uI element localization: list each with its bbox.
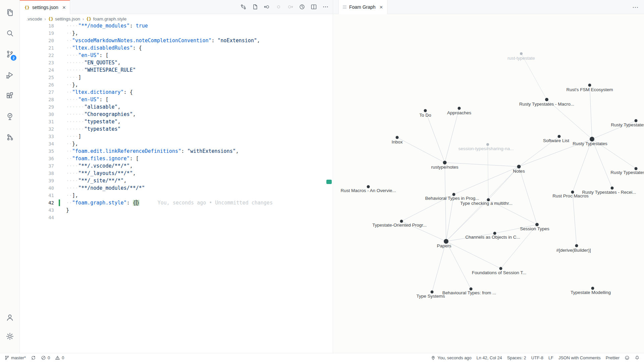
- tab-foam-graph[interactable]: Foam Graph ×: [338, 0, 387, 14]
- code-line[interactable]: 40····"**/node_modules/**/*": [20, 184, 333, 192]
- open-preview-icon[interactable]: [251, 3, 259, 11]
- nav-forward-circle-icon[interactable]: [286, 3, 294, 11]
- code-editor[interactable]: 18····"**/node_modules": true19··},20··"…: [20, 23, 333, 353]
- status-item-bell[interactable]: [635, 355, 640, 360]
- extensions-icon[interactable]: [2, 85, 18, 106]
- graph-node[interactable]: [545, 98, 548, 101]
- graph-node[interactable]: [396, 136, 399, 139]
- code-line[interactable]: 32······"typestates": [20, 125, 333, 133]
- foam-graph-view-icon[interactable]: [2, 127, 18, 147]
- status-item[interactable]: UTF-8: [531, 355, 543, 360]
- line-number: 44: [20, 214, 57, 221]
- graph-node-label: rustype/notes: [431, 165, 458, 170]
- graph-node[interactable]: [499, 267, 502, 270]
- code-line[interactable]: 18····"**/node_modules": true: [20, 23, 333, 29]
- nav-circle-icon[interactable]: [274, 3, 282, 11]
- code-line[interactable]: 20··"vscodeMarkdownNotes.noteCompletionC…: [20, 37, 333, 44]
- code-line[interactable]: 34··},: [20, 140, 333, 147]
- status-item-git-branch[interactable]: master*: [4, 355, 26, 360]
- graph-node[interactable]: [424, 109, 427, 112]
- open-changes-icon[interactable]: [239, 3, 247, 11]
- code-line[interactable]: 43}: [20, 206, 333, 214]
- status-item-error[interactable]: 0: [41, 355, 50, 360]
- status-item-blame-pin[interactable]: You, seconds ago: [431, 355, 471, 360]
- breadcrumb-item[interactable]: .vscode: [26, 16, 42, 21]
- graph-node[interactable]: [590, 137, 594, 141]
- foam-graph-panel: Foam Graph × ⋯ rust-typestateRust's FSM …: [333, 0, 644, 353]
- line-number: 19: [20, 29, 57, 37]
- status-item[interactable]: JSON with Comments: [558, 355, 601, 360]
- nav-back-circle-icon[interactable]: [263, 3, 271, 11]
- code-line[interactable]: 38····"**/_layouts/**/*",: [20, 170, 333, 177]
- tab-settings-json[interactable]: {} settings.json ×: [20, 0, 70, 14]
- graph-node-label: Software List: [543, 138, 569, 143]
- code-line[interactable]: 26··},: [20, 81, 333, 88]
- code-line[interactable]: 27··"ltex.dictionary": {: [20, 88, 333, 96]
- code-line[interactable]: 41··],: [20, 192, 333, 199]
- graph-node[interactable]: [486, 143, 489, 146]
- code-line[interactable]: 24······"WHITESPACE_RULE": [20, 66, 333, 74]
- graph-node[interactable]: [575, 244, 578, 247]
- code-line[interactable]: 35··"foam.edit.linkReferenceDefinitions"…: [20, 147, 333, 155]
- json-file-icon: {}: [86, 16, 91, 21]
- graph-node[interactable]: [458, 107, 461, 110]
- code-line[interactable]: 23······"EN_QUOTES",: [20, 59, 333, 66]
- line-number: 34: [20, 140, 57, 147]
- blame-pin-icon: [431, 355, 436, 360]
- settings-gear-icon[interactable]: [2, 327, 18, 346]
- run-debug-icon[interactable]: [2, 64, 18, 85]
- vscode-window: 2 {} settings.json × .vscode›{}settings.…: [0, 0, 644, 362]
- status-item-feedback[interactable]: [625, 355, 630, 360]
- status-item-sync[interactable]: [31, 355, 36, 360]
- code-line[interactable]: 30······"Choreographies",: [20, 111, 333, 118]
- code-line[interactable]: 29······"aliasable",: [20, 103, 333, 111]
- graph-node[interactable]: [635, 119, 638, 122]
- explorer-icon[interactable]: [2, 2, 18, 23]
- graph-node[interactable]: [611, 187, 614, 190]
- graph-node[interactable]: [535, 223, 539, 226]
- status-item[interactable]: Prettier: [606, 355, 620, 360]
- status-item[interactable]: Spaces: 2: [507, 355, 526, 360]
- breadcrumb-item[interactable]: {}settings.json: [48, 16, 80, 21]
- code-line[interactable]: 22····"en-US": [: [20, 52, 333, 59]
- status-item[interactable]: LF: [548, 355, 553, 360]
- line-number: 18: [20, 23, 57, 29]
- breadcrumb-separator: ›: [45, 16, 46, 21]
- graph-node[interactable]: [558, 135, 561, 138]
- graph-node[interactable]: [591, 287, 594, 290]
- more-actions-icon[interactable]: [321, 3, 329, 11]
- graph-node[interactable]: [588, 84, 591, 87]
- graph-node[interactable]: [444, 239, 448, 244]
- line-number: 28: [20, 96, 57, 103]
- code-line[interactable]: 19··},: [20, 29, 333, 37]
- code-line[interactable]: 21··"ltex.disabledRules": {: [20, 44, 333, 52]
- split-editor-icon[interactable]: [310, 3, 318, 11]
- source-control-icon[interactable]: 2: [2, 44, 18, 64]
- graph-node[interactable]: [431, 291, 434, 294]
- status-item[interactable]: Ln 42, Col 24: [477, 355, 502, 360]
- status-item-warning[interactable]: 0: [55, 355, 64, 360]
- graph-node[interactable]: [520, 52, 523, 55]
- foam-graph-canvas[interactable]: rust-typestateRust's FSM EcosystemRusty …: [333, 14, 644, 353]
- code-line[interactable]: 36··"foam.files.ignore": [: [20, 155, 333, 162]
- code-line[interactable]: 25····]: [20, 74, 333, 81]
- graph-node-label: Typestate Modelling: [571, 290, 611, 295]
- account-icon[interactable]: [2, 308, 18, 327]
- close-icon[interactable]: ×: [380, 4, 383, 10]
- code-line[interactable]: 44: [20, 214, 333, 221]
- breadcrumb-item[interactable]: {}foam.graph.style: [86, 16, 126, 21]
- code-line[interactable]: 39····"**/_site/**/*",: [20, 177, 333, 184]
- graph-node[interactable]: [517, 165, 521, 169]
- close-icon[interactable]: ×: [62, 5, 66, 10]
- code-line[interactable]: 37····"**/.vscode/**/*",: [20, 162, 333, 170]
- code-line[interactable]: 31······"typestate",: [20, 118, 333, 125]
- code-line[interactable]: 33····]: [20, 133, 333, 140]
- code-line[interactable]: 28····"en-US": [: [20, 96, 333, 103]
- graph-node-label: Rusty Typestates - Recei...: [582, 190, 636, 195]
- timeline-clock-icon[interactable]: [298, 3, 306, 11]
- graph-node[interactable]: [443, 161, 447, 165]
- testing-tree-icon[interactable]: [2, 106, 18, 127]
- search-icon[interactable]: [2, 23, 18, 44]
- code-line[interactable]: 42··"foam.graph.style": {}You, seconds a…: [20, 199, 333, 206]
- more-actions-icon[interactable]: ⋯: [632, 0, 639, 14]
